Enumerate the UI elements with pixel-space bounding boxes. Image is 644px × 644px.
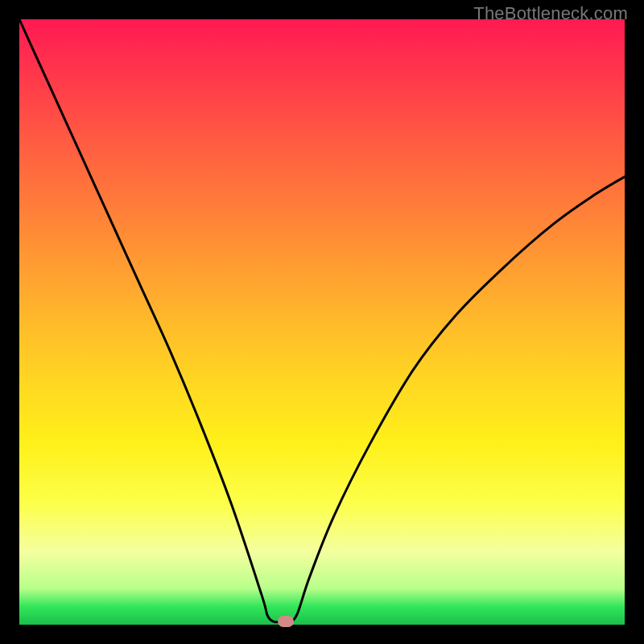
bottleneck-curve	[19, 19, 625, 625]
plot-area	[19, 19, 625, 625]
watermark-text: TheBottleneck.com	[473, 3, 628, 24]
chart-frame: TheBottleneck.com	[0, 0, 644, 644]
minimum-marker	[278, 616, 294, 627]
